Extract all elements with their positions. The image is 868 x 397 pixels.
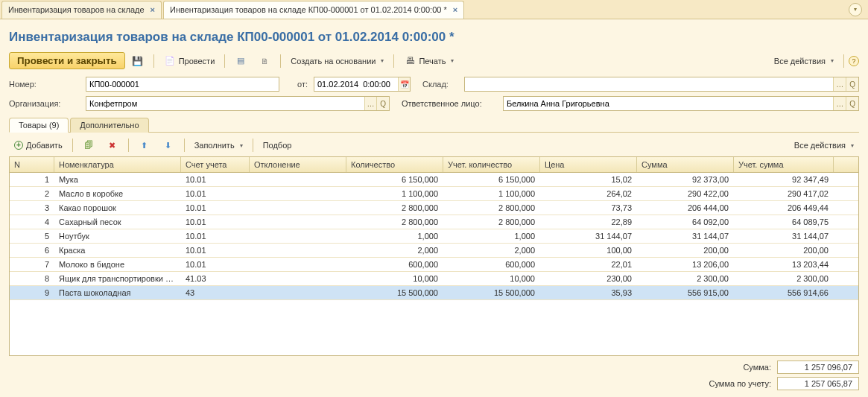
pick-button[interactable]: Подбор <box>258 139 297 152</box>
resp-input[interactable] <box>504 99 833 108</box>
col-qty[interactable]: Количество <box>346 157 443 172</box>
cell-acc-sum: 13 203,44 <box>734 258 834 270</box>
expand-menu-button[interactable]: ▾ <box>849 3 862 16</box>
total-acc-sum-value: 1 257 065,87 <box>777 377 859 390</box>
all-actions-label: Все действия <box>794 141 846 150</box>
cell-sum: 556 915,00 <box>637 287 734 299</box>
fill-button[interactable]: Заполнить <box>189 139 248 152</box>
file-button[interactable] <box>253 53 276 69</box>
add-row-button[interactable]: Добавить <box>9 139 68 152</box>
arrow-down-icon <box>162 139 174 151</box>
movements-button[interactable] <box>229 53 252 69</box>
open-icon[interactable]: Q <box>846 77 858 91</box>
cell-acc-qty: 1 100,000 <box>443 188 540 200</box>
post-label: Провести <box>179 57 215 66</box>
col-n[interactable]: N <box>10 157 54 172</box>
cell-acc-sum: 92 347,49 <box>734 174 834 185</box>
table-row[interactable]: 4Сахарный песок10.012 800,0002 800,00022… <box>10 215 858 229</box>
col-acc-sum[interactable]: Учет. сумма <box>734 157 834 172</box>
print-button[interactable]: Печать <box>399 53 459 69</box>
table-row[interactable]: 6Краска10.012,0002,000100,00200,00200,00 <box>10 244 858 258</box>
cell-acc-qty: 15 500,000 <box>443 287 540 299</box>
number-field[interactable] <box>86 77 279 92</box>
grid-body[interactable]: 1Мука10.016 150,0006 150,00015,0292 373,… <box>10 173 858 355</box>
grid-header: N Номенклатура Счет учета Отклонение Кол… <box>10 157 858 173</box>
table-row[interactable]: 3Какао порошок10.012 800,0002 800,00073,… <box>10 201 858 215</box>
cell-acc-sum: 2 300,00 <box>734 273 834 285</box>
create-based-label: Создать на основании <box>291 57 376 66</box>
table-row[interactable]: 5Ноутбук10.011,0001,00031 144,0731 144,0… <box>10 229 858 244</box>
copy-row-button[interactable] <box>77 137 100 153</box>
select-icon[interactable]: … <box>833 77 846 91</box>
cell-qty: 600,000 <box>346 258 443 270</box>
post-button[interactable]: Провести <box>159 53 221 69</box>
select-icon[interactable]: … <box>833 97 846 110</box>
cell-name: Сахарный песок <box>54 216 181 228</box>
cell-acc-qty: 600,000 <box>443 258 540 270</box>
cell-acc-sum: 200,00 <box>734 244 834 256</box>
cell-name: Мука <box>54 174 181 185</box>
open-icon[interactable]: Q <box>376 97 389 110</box>
table-row[interactable]: 8Ящик для транспортировки п...41.0310,00… <box>10 272 858 286</box>
calendar-icon[interactable]: 📅 <box>398 77 410 91</box>
cell-name: Ноутбук <box>54 230 181 242</box>
post-and-close-button[interactable]: Провести и закрыть <box>9 52 125 69</box>
org-input[interactable] <box>86 99 364 108</box>
date-input[interactable] <box>314 80 398 89</box>
col-name[interactable]: Номенклатура <box>54 157 181 172</box>
col-deviation[interactable]: Отклонение <box>250 157 346 172</box>
table-row[interactable]: 7Молоко в бидоне10.01600,000600,00022,01… <box>10 258 858 272</box>
col-account[interactable]: Счет учета <box>181 157 250 172</box>
number-input[interactable] <box>86 80 279 89</box>
total-sum-value: 1 257 096,07 <box>777 361 859 374</box>
warehouse-label: Склад: <box>422 80 458 89</box>
cell-deviation <box>250 277 346 280</box>
from-label: от: <box>285 80 308 89</box>
grid-all-actions-button[interactable]: Все действия <box>789 139 859 152</box>
date-field[interactable]: 📅 <box>314 77 411 92</box>
cell-qty: 2,000 <box>346 244 443 256</box>
cell-name: Паста шоколадная <box>54 287 181 299</box>
cell-account: 10.01 <box>181 202 250 214</box>
resp-field[interactable]: … Q <box>503 96 859 111</box>
tab-inventory-doc[interactable]: Инвентаризация товаров на складе КП00-00… <box>163 1 464 19</box>
tab-extra[interactable]: Дополнительно <box>70 118 148 133</box>
file-icon <box>259 55 270 67</box>
col-sum[interactable]: Сумма <box>637 157 734 172</box>
cell-account: 41.03 <box>181 273 250 285</box>
table-row[interactable]: 9Паста шоколадная4315 500,00015 500,0003… <box>10 286 858 300</box>
table-row[interactable]: 2Масло в коробке10.011 100,0001 100,0002… <box>10 187 858 201</box>
create-based-on-button[interactable]: Создать на основании <box>285 54 389 68</box>
warehouse-input[interactable] <box>465 80 833 89</box>
close-icon[interactable]: × <box>453 5 457 14</box>
cell-account: 10.01 <box>181 174 250 185</box>
close-icon[interactable]: × <box>151 5 155 14</box>
move-down-button[interactable] <box>157 137 180 153</box>
number-label: Номер: <box>9 80 80 89</box>
cell-deviation <box>250 249 346 252</box>
col-price[interactable]: Цена <box>540 157 637 172</box>
save-button[interactable] <box>127 53 149 69</box>
grid-toolbar: Добавить Заполнить Подбор Все действия <box>9 133 859 156</box>
move-up-button[interactable] <box>133 137 156 153</box>
help-icon[interactable]: ? <box>849 56 859 66</box>
cell-acc-qty: 2,000 <box>443 244 540 256</box>
org-field[interactable]: … Q <box>86 96 390 111</box>
plus-icon <box>14 141 23 150</box>
cell-deviation <box>250 206 346 209</box>
main-toolbar: Провести и закрыть Провести Создать на о… <box>9 52 859 69</box>
open-icon[interactable]: Q <box>846 97 858 110</box>
tab-goods[interactable]: Товары (9) <box>9 118 69 133</box>
tab-inventory-list[interactable]: Инвентаризация товаров на складе × <box>1 1 162 19</box>
cell-price: 35,93 <box>540 287 637 299</box>
cell-name: Ящик для транспортировки п... <box>54 273 181 285</box>
cell-price: 15,02 <box>540 174 637 185</box>
cell-account: 10.01 <box>181 188 250 200</box>
pick-label: Подбор <box>263 141 292 150</box>
all-actions-button[interactable]: Все действия <box>769 54 839 68</box>
table-row[interactable]: 1Мука10.016 150,0006 150,00015,0292 373,… <box>10 173 858 187</box>
delete-row-button[interactable] <box>101 137 124 153</box>
warehouse-field[interactable]: … Q <box>464 77 859 92</box>
col-acc-qty[interactable]: Учет. количество <box>443 157 540 172</box>
select-icon[interactable]: … <box>364 97 377 110</box>
